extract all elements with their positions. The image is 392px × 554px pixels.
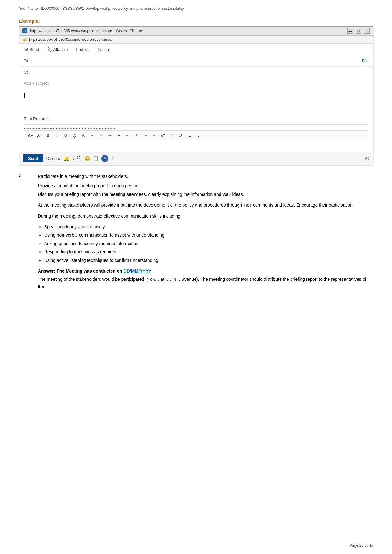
- emoji-icon[interactable]: 😊: [84, 156, 90, 161]
- para-1-line-2: Discuss your briefing report with the me…: [38, 191, 373, 198]
- subscript-icon[interactable]: x₂: [186, 132, 193, 139]
- email-compose: ✉ Send 📎 Attach ∨ Protect Discard To Bcc…: [19, 44, 373, 165]
- bullet-2: Using non-verbal communication to assist…: [44, 232, 373, 238]
- example-label: Example:: [19, 18, 373, 24]
- subject-placeholder: Add a subject: [24, 81, 49, 86]
- para-2: At the meeting stakeholders will provide…: [38, 202, 373, 208]
- italic-icon[interactable]: I: [53, 132, 60, 139]
- more-icon[interactable]: ∨: [195, 132, 202, 139]
- minimize-button[interactable]: —: [347, 28, 353, 34]
- font-grow-icon[interactable]: Aⁿ: [36, 132, 43, 139]
- align-center-icon[interactable]: ⋮: [133, 132, 140, 139]
- dictate-icon[interactable]: A: [101, 155, 108, 162]
- close-button[interactable]: ×: [364, 28, 370, 34]
- paragraph-2: At the meeting stakeholders will provide…: [38, 202, 373, 208]
- apps-icon[interactable]: 📋: [93, 156, 99, 161]
- answer-line: Answer: The Meeting was conducted on DD/…: [38, 268, 373, 274]
- item-number: 3.: [19, 173, 28, 291]
- attachment-icon[interactable]: 🔔: [63, 156, 69, 161]
- document-header: Your Name | ID0000000 | BSBSUS501 Develo…: [19, 6, 373, 11]
- bullet-1: Speaking clearly and concisely: [44, 223, 373, 230]
- format-toolbar: AA Aⁿ B I U A̲ A ≡ ⇄ ⇤ ⇥ ⋯ ⋮ ⋯ ≡ ☍ ⬚ x² …: [24, 130, 368, 140]
- browser-title-bar: O https://outlook.office365.com/owa/proj…: [19, 27, 373, 36]
- cursor: [24, 93, 25, 98]
- answer-label-text: Answer: The Meeting was conducted on: [38, 268, 122, 274]
- remove-format-icon[interactable]: ⬚: [168, 132, 175, 139]
- attach-chevron-icon: ∨: [66, 48, 68, 51]
- body-text: Best Regards,: [24, 117, 368, 121]
- highlight-icon[interactable]: A: [80, 132, 87, 139]
- more-options-icon[interactable]: ∨: [111, 156, 114, 161]
- main-content: 3. Participate in a meeting with the sta…: [19, 173, 373, 291]
- discard-toolbar-button[interactable]: Discard: [95, 46, 112, 52]
- browser-title-text: https://outlook.office365.com/owa/projec…: [30, 29, 143, 33]
- para-1-line-1: Provide a copy of the briefing report to…: [38, 182, 373, 189]
- protect-toolbar-button[interactable]: Protect: [75, 46, 90, 52]
- pop-out-icon[interactable]: ⎋: [365, 155, 369, 162]
- cc-field[interactable]: Cc: [19, 67, 373, 78]
- numbered-list-icon[interactable]: ⇄: [98, 132, 105, 139]
- decrease-indent-icon[interactable]: ⇤: [106, 132, 113, 139]
- bullet-4: Responding to questions as required: [44, 248, 373, 255]
- compose-body[interactable]: Best Regards, ••••••••••••••••••••••••••…: [19, 88, 373, 152]
- bcc-link[interactable]: Bcc: [362, 59, 368, 63]
- answer-date: DD/MM/YYYY: [124, 268, 152, 274]
- cc-label: Cc: [24, 70, 33, 75]
- para-3: During the meeting, demonstrate effectiv…: [38, 213, 373, 220]
- attach-toolbar-button[interactable]: 📎 Attach ∨: [45, 46, 69, 52]
- align-right-icon[interactable]: ⋯: [142, 132, 149, 139]
- send-icon: ✉: [24, 47, 28, 52]
- page-footer: Page 23 of 45: [349, 543, 373, 548]
- compose-toolbar: ✉ Send 📎 Attach ∨ Protect Discard: [19, 44, 373, 55]
- increase-indent-icon[interactable]: ⇥: [115, 132, 122, 139]
- lock-icon: 🔒: [22, 37, 27, 42]
- image-icon[interactable]: 🖼: [77, 156, 82, 161]
- send-bottom-button[interactable]: Send: [23, 154, 43, 162]
- to-field[interactable]: To Bcc: [19, 55, 373, 67]
- item-content: Participate in a meeting with the stakeh…: [38, 173, 373, 291]
- browser-app-icon: O: [22, 28, 27, 33]
- superscript-icon[interactable]: x²: [177, 132, 184, 139]
- stars-line: ••••••••••••••••••••••••••••••••••••••••…: [24, 124, 368, 130]
- maximize-button[interactable]: □: [356, 28, 361, 34]
- link-icon[interactable]: ☍: [160, 132, 166, 139]
- discard-bottom-button[interactable]: Discard: [46, 156, 60, 161]
- bullet-5: Using active listening techniques to con…: [44, 257, 373, 264]
- paragraph-3: During the meeting, demonstrate effectiv…: [38, 213, 373, 220]
- answer-body: The meeting of the stakeholders would be…: [38, 276, 373, 290]
- bullet-list: Speaking clearly and concisely Using non…: [44, 223, 373, 264]
- to-label: To: [24, 58, 33, 63]
- attachment-chevron-icon[interactable]: ∨: [72, 156, 75, 160]
- subject-field[interactable]: Add a subject: [19, 78, 373, 88]
- browser-window: O https://outlook.office365.com/owa/proj…: [19, 26, 373, 165]
- address-text: https://outlook.office365.com/owa/projec…: [29, 37, 112, 42]
- bottom-compose-toolbar: Send Discard 🔔 ∨ 🖼 😊 📋 A ∨ ⎋: [19, 152, 373, 165]
- align-left-icon[interactable]: ⋯: [124, 132, 131, 139]
- font-size-icon[interactable]: AA: [27, 132, 34, 139]
- attach-icon: 📎: [46, 47, 52, 52]
- answer-section: Answer: The Meeting was conducted on DD/…: [38, 268, 373, 290]
- font-color-icon[interactable]: A̲: [71, 132, 78, 139]
- numbered-item-3: 3. Participate in a meeting with the sta…: [19, 173, 373, 291]
- paragraph-1: Provide a copy of the briefing report to…: [38, 182, 373, 198]
- bullet-3: Asking questions to identify required in…: [44, 240, 373, 247]
- align-justify-icon[interactable]: ≡: [151, 132, 158, 139]
- bullet-list-icon[interactable]: ≡: [89, 132, 96, 139]
- bold-icon[interactable]: B: [45, 132, 51, 139]
- item-heading: Participate in a meeting with the stakeh…: [38, 173, 373, 180]
- underline-icon[interactable]: U: [62, 132, 69, 139]
- address-bar[interactable]: 🔒 https://outlook.office365.com/owa/proj…: [19, 36, 373, 44]
- send-toolbar-button[interactable]: ✉ Send: [23, 46, 40, 52]
